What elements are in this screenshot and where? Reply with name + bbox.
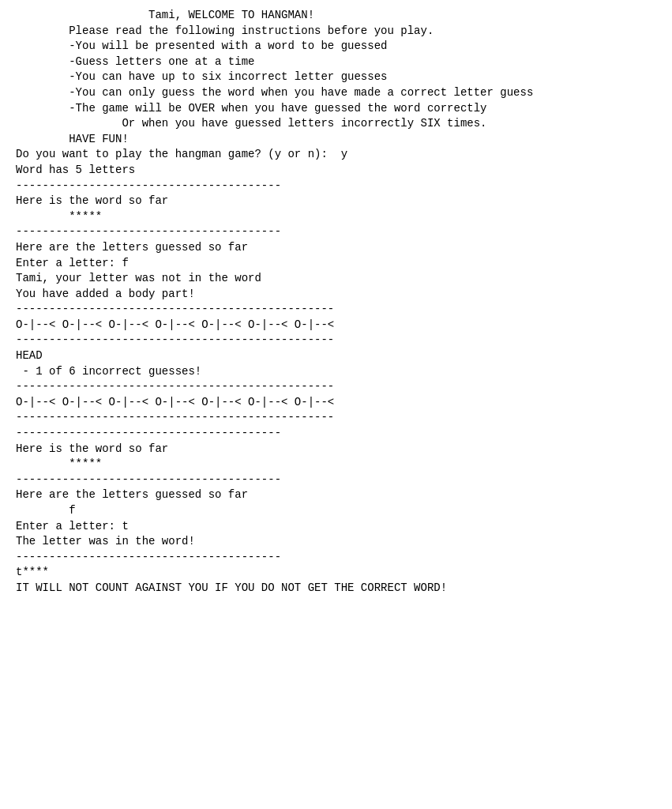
terminal-line: ----------------------------------------… — [16, 333, 656, 348]
terminal-line: ---------------------------------------- — [16, 550, 656, 566]
terminal-line: -You can have up to six incorrect letter… — [16, 70, 656, 85]
terminal-line: IT WILL NOT COUNT AGAINST YOU IF YOU DO … — [16, 581, 656, 596]
terminal-line: HEAD — [16, 348, 656, 364]
terminal-line: ---------------------------------------- — [16, 179, 656, 194]
terminal-line: f — [16, 503, 656, 519]
terminal-line: You have added a body part! — [16, 287, 656, 303]
terminal-line: -The game will be OVER when you have gue… — [16, 101, 656, 117]
terminal-line: O-|--< O-|--< O-|--< O-|--< O-|--< O-|--… — [16, 318, 656, 333]
terminal-line: -You can only guess the word when you ha… — [16, 85, 656, 101]
terminal-line: Here is the word so far — [16, 194, 656, 209]
terminal-line: ***** — [16, 457, 656, 472]
terminal-line: The letter was in the word! — [16, 534, 656, 550]
terminal-line: -Guess letters one at a time — [16, 55, 656, 70]
terminal-line: Enter a letter: t — [16, 519, 656, 535]
terminal-line: Or when you have guessed letters incorre… — [16, 116, 656, 132]
terminal-line: ----------------------------------------… — [16, 302, 656, 318]
terminal-line: Word has 5 letters — [16, 163, 656, 179]
terminal-line: - 1 of 6 incorrect guesses! — [16, 364, 656, 380]
terminal-line: ----------------------------------------… — [16, 410, 656, 426]
terminal-line: ---------------------------------------- — [16, 224, 656, 240]
terminal-line: Tami, WELCOME TO HANGMAN! — [16, 8, 656, 24]
terminal-line: -You will be presented with a word to be… — [16, 39, 656, 55]
terminal-line: ---------------------------------------- — [16, 472, 656, 488]
terminal-line: Here is the word so far — [16, 442, 656, 457]
terminal-line: t**** — [16, 565, 656, 581]
terminal-line: ***** — [16, 209, 656, 225]
terminal-line: O-|--< O-|--< O-|--< O-|--< O-|--< O-|--… — [16, 395, 656, 411]
terminal-line: Enter a letter: f — [16, 256, 656, 272]
terminal-output: Tami, WELCOME TO HANGMAN! Please read th… — [16, 8, 656, 596]
terminal-line: HAVE FUN! — [16, 132, 656, 148]
terminal-line: Tami, your letter was not in the word — [16, 271, 656, 287]
terminal-line: Please read the following instructions b… — [16, 24, 656, 40]
terminal-line: Do you want to play the hangman game? (y… — [16, 147, 656, 163]
terminal-line: ----------------------------------------… — [16, 379, 656, 395]
terminal-line: ---------------------------------------- — [16, 426, 656, 442]
terminal-line: Here are the letters guessed so far — [16, 487, 656, 503]
terminal-line: Here are the letters guessed so far — [16, 240, 656, 256]
